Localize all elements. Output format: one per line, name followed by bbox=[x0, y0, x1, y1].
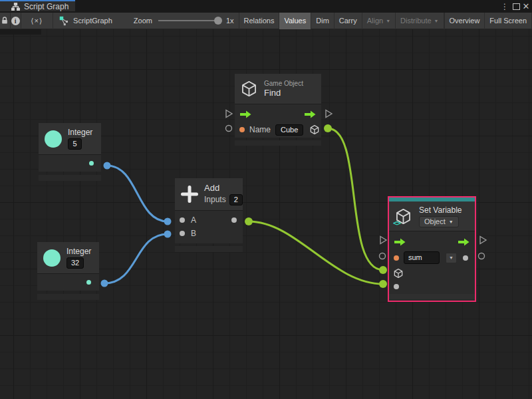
dim-button[interactable]: Dim bbox=[311, 13, 334, 29]
flow-arrow-out[interactable] bbox=[458, 238, 469, 246]
wire-find-to-setvariable-object[interactable] bbox=[328, 128, 383, 270]
inputs-count-field[interactable]: 2 bbox=[229, 194, 243, 205]
wire-endpoint[interactable] bbox=[104, 162, 111, 170]
output-port-sum[interactable] bbox=[231, 217, 237, 223]
name-input-port[interactable] bbox=[239, 127, 245, 132]
node-add[interactable]: Add Inputs 2 A B bbox=[175, 178, 243, 252]
node-shadow bbox=[175, 246, 243, 252]
zoom-label: Zoom bbox=[134, 17, 152, 25]
value-input-port[interactable] bbox=[380, 253, 386, 259]
wire-endpoint[interactable] bbox=[164, 231, 172, 238]
relations-button[interactable]: Relations bbox=[239, 13, 279, 29]
node-find[interactable]: Game Object Find Name Cube bbox=[235, 74, 321, 146]
node-title: Find bbox=[264, 88, 281, 98]
node-title: Add bbox=[204, 184, 219, 193]
wire-add-to-setvariable-value[interactable] bbox=[249, 221, 383, 284]
value-output-port[interactable] bbox=[479, 253, 485, 259]
integer-output-port[interactable] bbox=[89, 161, 94, 166]
lock-icon bbox=[0, 16, 9, 25]
node-title: Integer bbox=[66, 247, 91, 256]
node-shadow bbox=[37, 294, 99, 300]
wire-integer32-to-add-b[interactable] bbox=[104, 234, 168, 283]
integer-value-field[interactable]: 32 bbox=[66, 257, 84, 269]
flow-arrow-in[interactable] bbox=[394, 238, 406, 246]
node-shadow bbox=[235, 140, 321, 146]
distribute-button[interactable]: Distribute▼ bbox=[395, 13, 444, 29]
graph-toolbar: i ⟨×⟩ ScriptGraph Zoom 1x Relations Valu… bbox=[0, 13, 532, 29]
zoom-control: Zoom 1x bbox=[134, 17, 234, 25]
wire-endpoint[interactable] bbox=[164, 218, 172, 225]
variable-name-field[interactable]: sum bbox=[404, 251, 440, 264]
variable-picker-dropdown[interactable]: ▼ bbox=[446, 253, 457, 263]
zoom-slider[interactable] bbox=[158, 20, 220, 21]
flow-input-port[interactable] bbox=[226, 110, 232, 118]
port-a-label: A bbox=[191, 215, 196, 225]
graph-canvas[interactable]: Integer 5 Integer 32 Add bbox=[0, 29, 532, 399]
lock-button[interactable] bbox=[0, 13, 11, 29]
variable-angle-icon: <> bbox=[393, 219, 400, 227]
node-shadow bbox=[39, 175, 101, 181]
align-button[interactable]: Align▼ bbox=[362, 13, 395, 29]
tab-title: Script Graph bbox=[24, 2, 68, 11]
graph-name-label: ScriptGraph bbox=[73, 17, 112, 25]
zoom-value: 1x bbox=[226, 17, 234, 25]
overview-button[interactable]: Overview bbox=[444, 13, 485, 29]
flow-arrow-out[interactable] bbox=[305, 110, 316, 118]
wire-endpoint[interactable] bbox=[324, 124, 332, 132]
variable-name-port[interactable] bbox=[394, 255, 399, 261]
window-close-icon[interactable]: ✕ bbox=[521, 0, 531, 13]
flow-output-port[interactable] bbox=[326, 110, 332, 118]
view-buttons: Overview Full Screen bbox=[444, 13, 532, 29]
wire-integer5-to-add-a[interactable] bbox=[107, 166, 168, 221]
inspector-button[interactable]: i bbox=[11, 13, 21, 29]
value-output-port[interactable] bbox=[463, 255, 468, 261]
chevron-down-icon: ▼ bbox=[449, 219, 454, 224]
name-value-field[interactable]: Cube bbox=[275, 124, 303, 136]
node-integer-32[interactable]: Integer 32 bbox=[37, 242, 99, 300]
window-menu-icon[interactable]: ⋮ bbox=[500, 0, 509, 13]
game-object-cube-icon bbox=[240, 80, 258, 98]
full-screen-button[interactable]: Full Screen bbox=[484, 13, 532, 29]
node-integer-5[interactable]: Integer 5 bbox=[39, 123, 101, 181]
flow-output-port[interactable] bbox=[480, 237, 486, 244]
value-input-port[interactable] bbox=[394, 284, 399, 289]
carry-button[interactable]: Carry bbox=[334, 13, 362, 29]
graph-hierarchy-icon bbox=[11, 3, 20, 11]
integer-type-icon bbox=[45, 130, 62, 148]
zoom-slider-handle[interactable] bbox=[214, 17, 222, 25]
chevron-down-icon: ▼ bbox=[386, 19, 390, 23]
values-button[interactable]: Values bbox=[279, 13, 311, 29]
integer-type-icon bbox=[43, 249, 61, 267]
game-object-input-port[interactable] bbox=[393, 268, 404, 279]
window-maximize-icon[interactable] bbox=[511, 0, 521, 13]
input-port-a[interactable] bbox=[180, 217, 185, 223]
set-variable-icon: <> bbox=[394, 207, 412, 225]
flow-arrow-in[interactable] bbox=[240, 110, 251, 118]
tab-script-graph[interactable]: Script Graph bbox=[0, 0, 75, 11]
add-plus-icon bbox=[180, 184, 200, 204]
window-tab-bar: Script Graph ⋮ ✕ bbox=[0, 0, 532, 13]
code-view-button[interactable]: ⟨×⟩ bbox=[21, 13, 54, 29]
integer-value-field[interactable]: 5 bbox=[68, 138, 82, 150]
wire-endpoint[interactable] bbox=[379, 266, 387, 274]
wire-endpoint[interactable] bbox=[101, 280, 108, 287]
info-icon: i bbox=[11, 17, 20, 25]
node-category: Game Object bbox=[264, 80, 303, 88]
display-mode-buttons: Relations Values Dim Carry Align▼ Distri… bbox=[239, 13, 444, 29]
game-object-output-icon[interactable] bbox=[309, 124, 320, 135]
node-title: Integer bbox=[68, 128, 92, 137]
integer-output-port[interactable] bbox=[86, 280, 91, 285]
chevron-down-icon: ▼ bbox=[434, 19, 439, 23]
wire-endpoint[interactable] bbox=[379, 280, 387, 288]
flow-input-port[interactable] bbox=[380, 237, 386, 244]
wire-endpoint[interactable] bbox=[245, 217, 253, 225]
node-title: Set Variable bbox=[419, 205, 462, 215]
graph-reference[interactable]: ScriptGraph bbox=[53, 16, 119, 26]
node-set-variable[interactable]: <> Set Variable Object ▼ bbox=[388, 196, 476, 302]
variable-scope-dropdown[interactable]: Object ▼ bbox=[419, 216, 459, 227]
port-b-label: B bbox=[191, 229, 196, 238]
script-graph-icon bbox=[59, 16, 69, 26]
input-port-b[interactable] bbox=[180, 231, 185, 236]
inputs-label: Inputs bbox=[204, 195, 226, 204]
value-input-port[interactable] bbox=[226, 126, 232, 132]
